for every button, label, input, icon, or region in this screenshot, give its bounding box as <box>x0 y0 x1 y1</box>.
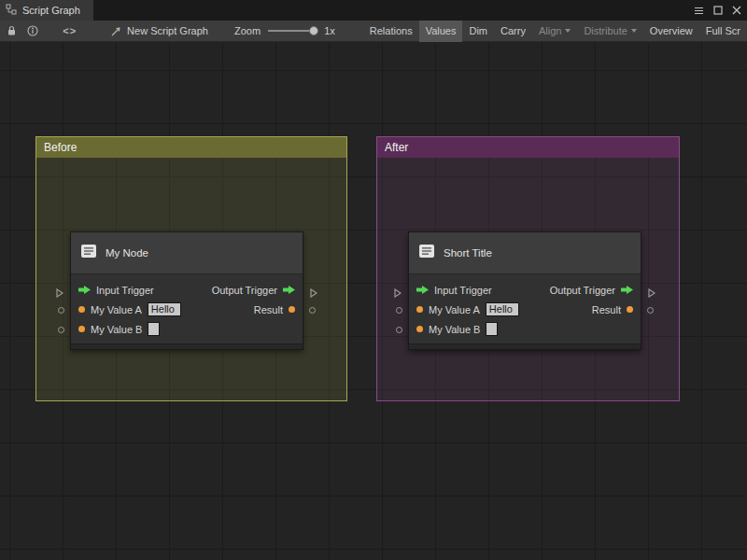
node-title: My Node <box>106 247 148 259</box>
node-my-node[interactable]: My Node Input Trigger Output Trigger My … <box>70 231 303 350</box>
value-a-label: My Value A <box>91 304 142 315</box>
code-icon[interactable]: <> <box>63 21 77 42</box>
script-graph-asset-icon <box>110 21 122 42</box>
port-row-trigger: Input Trigger Output Trigger <box>409 280 641 300</box>
port-row-value-a: My Value A Hello Result <box>71 300 303 319</box>
port-row-value-a: My Value A Hello Result <box>409 300 641 319</box>
dim-button[interactable]: Dim <box>462 21 494 42</box>
graph-icon <box>6 4 17 17</box>
graph-canvas[interactable]: Before After My Node Input T <box>0 42 747 560</box>
zoom-label: Zoom <box>234 25 261 36</box>
result-label: Result <box>254 304 283 315</box>
fullscreen-button[interactable]: Full Scr <box>699 21 747 42</box>
group-after-label: After <box>385 141 408 154</box>
value-port-icon <box>416 306 423 313</box>
graph-name-label[interactable]: New Script Graph <box>127 25 208 36</box>
close-icon[interactable] <box>732 6 741 15</box>
lock-icon[interactable] <box>6 21 18 42</box>
input-trigger-label: Input Trigger <box>434 285 492 296</box>
port-row-value-b: My Value B <box>71 319 303 339</box>
value-b-label: My Value B <box>429 324 480 335</box>
node-header[interactable]: Short Title <box>409 232 641 274</box>
port-row-value-b: My Value B <box>409 319 641 339</box>
value-port-icon <box>416 326 423 332</box>
value-b-input-socket[interactable] <box>58 327 64 333</box>
result-label: Result <box>592 304 621 315</box>
relations-button[interactable]: Relations <box>363 21 419 42</box>
distribute-dropdown[interactable]: Distribute <box>577 21 642 42</box>
carry-button[interactable]: Carry <box>494 21 532 42</box>
output-trigger-label: Output Trigger <box>212 285 277 296</box>
node-footer <box>409 343 641 349</box>
value-a-field[interactable]: Hello <box>486 302 519 316</box>
value-b-label: My Value B <box>91 324 142 335</box>
output-trigger-label: Output Trigger <box>550 285 615 296</box>
group-after-header[interactable]: After <box>377 137 679 158</box>
node-title: Short Title <box>444 247 492 259</box>
window-menu-icon[interactable] <box>694 6 704 16</box>
unit-icon <box>418 244 435 262</box>
value-port-icon <box>78 306 85 313</box>
flow-output-socket[interactable] <box>310 285 317 301</box>
node-header[interactable]: My Node <box>71 232 303 274</box>
value-a-field[interactable]: Hello <box>148 302 181 316</box>
graph-toolbar: <> New Script Graph Zoom 1x Relations Va… <box>0 21 747 42</box>
align-dropdown[interactable]: Align <box>532 21 577 42</box>
chevron-down-icon <box>565 29 571 33</box>
flow-input-socket[interactable] <box>394 285 402 301</box>
flow-input-socket[interactable] <box>56 285 63 301</box>
value-a-input-socket[interactable] <box>58 307 64 314</box>
value-port-icon <box>289 306 295 313</box>
flow-arrow-icon <box>416 286 429 294</box>
value-b-field[interactable] <box>486 322 498 336</box>
tab-title: Script Graph <box>22 5 80 16</box>
zoom-slider-handle[interactable] <box>309 26 318 35</box>
flow-output-socket[interactable] <box>648 285 655 301</box>
value-a-label: My Value A <box>429 304 480 315</box>
zoom-slider[interactable] <box>268 26 317 35</box>
flow-arrow-icon <box>621 286 633 294</box>
group-before-header[interactable]: Before <box>36 137 346 158</box>
result-output-socket[interactable] <box>309 307 316 314</box>
flow-arrow-icon <box>78 286 91 294</box>
zoom-value: 1x <box>324 25 335 36</box>
values-button[interactable]: Values <box>419 21 463 42</box>
value-a-input-socket[interactable] <box>396 307 402 314</box>
group-before-label: Before <box>44 141 77 154</box>
result-output-socket[interactable] <box>647 307 654 314</box>
port-row-trigger: Input Trigger Output Trigger <box>71 280 303 300</box>
chevron-down-icon <box>631 29 637 33</box>
maximize-icon[interactable] <box>713 6 723 15</box>
title-bar: Script Graph <box>0 0 747 21</box>
value-b-input-socket[interactable] <box>396 327 402 333</box>
tab-script-graph[interactable]: Script Graph <box>0 0 93 21</box>
overview-button[interactable]: Overview <box>643 21 699 42</box>
info-icon[interactable] <box>27 21 39 42</box>
unit-icon <box>80 244 97 262</box>
value-b-field[interactable] <box>148 322 160 336</box>
node-short-title[interactable]: Short Title Input Trigger Output Trigger… <box>408 231 641 350</box>
value-port-icon <box>627 306 633 313</box>
flow-arrow-icon <box>283 286 295 294</box>
value-port-icon <box>78 326 85 332</box>
input-trigger-label: Input Trigger <box>96 285 154 296</box>
node-footer <box>71 343 303 349</box>
